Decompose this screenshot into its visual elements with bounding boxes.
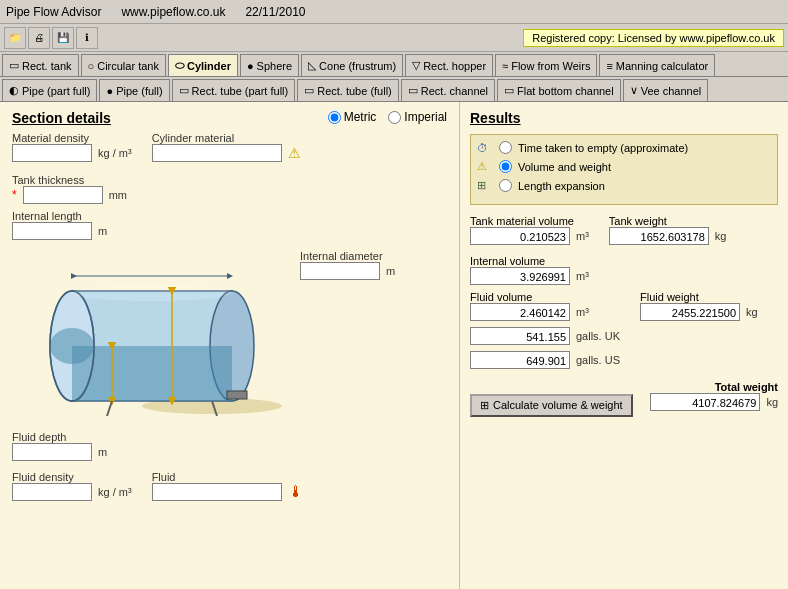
calculate-button[interactable]: ⊞ Calculate volume & weight [470,394,633,417]
results-title: Results [470,110,778,126]
radio-time-empty[interactable]: ⏱ Time taken to empty (approximate) [477,141,771,154]
flat-bottom-icon: ▭ [504,84,514,97]
tab-circular-tank[interactable]: ○ Circular tank [81,54,166,76]
fluid-depth-label: Fluid depth [12,431,292,443]
registered-copy: Registered copy: Licensed by www.pipeflo… [523,29,784,47]
weirs-icon: ≈ [502,60,508,72]
length-icon: ⊞ [477,179,493,192]
toolbar-btn-2[interactable]: 🖨 [28,27,50,49]
cylinder-material-label: Cylinder material [152,132,301,144]
date: 22/11/2010 [245,5,305,19]
pipe-full-icon: ● [106,85,113,97]
tank-thickness-row: * 12.000 mm [12,186,447,204]
fluid-volume-value: 2.460142 [470,303,570,321]
fluid-volume-galls-uk-unit: galls. UK [576,330,620,342]
fluid-depth-input[interactable]: 0.600 [12,443,92,461]
tab-pipe-full[interactable]: ● Pipe (full) [99,79,169,101]
tab-rect-channel[interactable]: ▭ Rect. channel [401,79,495,101]
svg-point-7 [50,328,94,364]
tab-rect-hopper[interactable]: ▽ Rect. hopper [405,54,493,76]
radio-metric[interactable]: Metric [328,110,377,124]
fluid-row: Water 🌡 [152,483,304,501]
internal-length-unit: m [98,225,107,237]
tank-weight-value: 1652.603178 [609,227,709,245]
svg-line-13 [107,401,112,416]
fluid-input[interactable]: Water [152,483,282,501]
calc-icon: ⊞ [480,399,489,412]
radio-imperial[interactable]: Imperial [388,110,447,124]
cylinder-material-input[interactable]: Steel [152,144,282,162]
rect-tank-icon: ▭ [9,59,19,72]
svg-rect-12 [227,391,247,399]
fluid-volume-galls-uk-value: 541.155 [470,327,570,345]
internal-length-input[interactable]: 5.000 [12,222,92,240]
fluid-volume-unit: m³ [576,306,589,318]
fluid-weight-label: Fluid weight [640,291,758,303]
tab-flow-weirs[interactable]: ≈ Flow from Weirs [495,54,597,76]
pipe-part-icon: ◐ [9,84,19,97]
cylinder-icon: ⬭ [175,59,184,72]
tank-material-volume-row: 0.210523 m³ [470,227,589,245]
internal-volume-label: Internal volume [470,255,778,267]
nav-row-1: ▭ Rect. tank ○ Circular tank ⬭ Cylinder … [0,52,788,77]
radio-volume-weight[interactable]: ⚠ Volume and weight [477,160,771,173]
fluid-density-unit: kg / m³ [98,486,132,498]
fluid-density-input[interactable]: 998.000 [12,483,92,501]
tab-sphere[interactable]: ● Sphere [240,54,299,76]
tab-pipe-part[interactable]: ◐ Pipe (part full) [2,79,97,101]
material-density-input[interactable]: 7850.000 [12,144,92,162]
internal-volume-row: 3.926991 m³ [470,267,778,285]
fluid-weight-unit: kg [746,306,758,318]
tab-flat-bottom[interactable]: ▭ Flat bottom channel [497,79,621,101]
volume-weight-icon: ⚠ [477,160,493,173]
total-weight-label: Total weight [715,381,778,393]
tank-thickness-input[interactable]: 12.000 [23,186,103,204]
tab-manning[interactable]: ≡ Manning calculator [599,54,715,76]
rect-tube-part-icon: ▭ [179,84,189,97]
left-panel: Section details Metric Imperial Material… [0,102,460,589]
tank-material-volume-label: Tank material volume [470,215,589,227]
internal-length-label: Internal length [12,210,292,222]
toolbar: 📁 🖨 💾 ℹ Registered copy: Licensed by www… [0,24,788,52]
internal-volume-unit: m³ [576,270,589,282]
results-grid: Tank material volume 0.210523 m³ Tank we… [470,215,778,417]
toolbar-btn-4[interactable]: ℹ [76,27,98,49]
tab-rect-tank[interactable]: ▭ Rect. tank [2,54,79,76]
tab-cylinder[interactable]: ⬭ Cylinder [168,54,238,76]
material-density-row: 7850.000 kg / m³ [12,144,132,162]
website: www.pipeflow.co.uk [121,5,225,19]
internal-length-row: 5.000 m [12,222,292,240]
tab-cone[interactable]: ◺ Cone (frustrum) [301,54,403,76]
nav-row-2: ◐ Pipe (part full) ● Pipe (full) ▭ Rect.… [0,77,788,102]
tank-material-volume-unit: m³ [576,230,589,242]
tank-weight-label: Tank weight [609,215,727,227]
tank-weight-unit: kg [715,230,727,242]
internal-diameter-input[interactable]: 1.000 [300,262,380,280]
warning-icon: ⚠ [288,145,301,161]
total-weight-unit: kg [766,396,778,408]
fluid-volume-galls-uk-row: 541.155 galls. UK [470,327,620,345]
main-content: Section details Metric Imperial Material… [0,102,788,589]
tank-thickness-unit: mm [109,189,127,201]
tab-rect-tube-full[interactable]: ▭ Rect. tube (full) [297,79,399,101]
toolbar-btn-3[interactable]: 💾 [52,27,74,49]
internal-diameter-label: Internal diameter [300,250,395,262]
svg-rect-5 [72,346,232,401]
toolbar-btn-1[interactable]: 📁 [4,27,26,49]
time-icon: ⏱ [477,142,493,154]
fluid-volume-galls-us-unit: galls. US [576,354,620,366]
cylinder-illustration [12,246,292,426]
fluid-depth-row: 0.600 m [12,443,292,461]
fluid-label: Fluid [152,471,304,483]
section-title: Section details [12,110,111,126]
cylinder-material-row: Steel ⚠ [152,144,301,162]
sphere-icon: ● [247,60,254,72]
tab-rect-tube-part[interactable]: ▭ Rect. tube (part full) [172,79,296,101]
total-weight-row: 4107.824679 kg [650,393,778,411]
tab-vee-channel[interactable]: ∨ Vee channel [623,79,709,101]
svg-point-8 [72,285,232,301]
internal-diameter-row: 1.000 m [300,262,395,280]
internal-diameter-unit: m [386,265,395,277]
right-panel: Results ⏱ Time taken to empty (approxima… [460,102,788,589]
radio-length-expansion[interactable]: ⊞ Length expansion [477,179,771,192]
